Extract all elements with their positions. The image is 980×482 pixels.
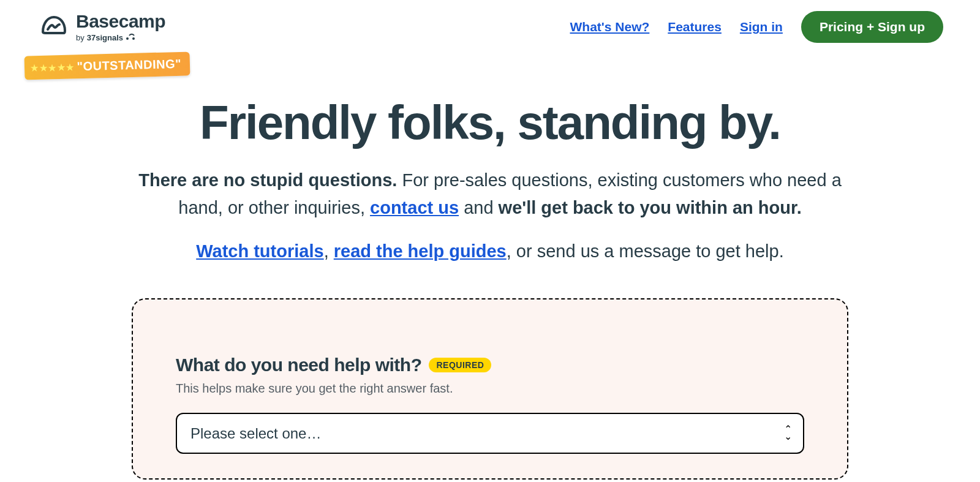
basecamp-logo-icon <box>39 11 69 43</box>
top-nav: What's New? Features Sign in Pricing + S… <box>570 11 944 43</box>
nav-whats-new[interactable]: What's New? <box>570 20 650 34</box>
read-help-guides-link[interactable]: read the help guides <box>334 241 507 261</box>
hero-subtitle: There are no stupid questions. For pre-s… <box>119 167 861 222</box>
nav-features[interactable]: Features <box>668 20 722 34</box>
star-rating-icon: ★ ★ ★ ★ ★ <box>31 62 75 73</box>
logo-link[interactable]: Basecamp by 37signals <box>39 11 165 43</box>
support-form: What do you need help with? REQUIRED Thi… <box>132 298 848 480</box>
required-pill: REQUIRED <box>429 358 491 372</box>
contact-us-link[interactable]: contact us <box>370 198 459 217</box>
outstanding-badge: ★ ★ ★ ★ ★ "OUTSTANDING" <box>24 51 190 80</box>
nav-sign-in[interactable]: Sign in <box>740 20 783 34</box>
site-header: Basecamp by 37signals What's New? Featur… <box>0 0 980 43</box>
logo-name: Basecamp <box>76 12 165 31</box>
logo-byline: by 37signals <box>76 33 165 42</box>
help-topic-select[interactable]: Please select one… <box>176 413 804 454</box>
hero-help-links: Watch tutorials, read the help guides, o… <box>61 241 919 262</box>
help-topic-hint: This helps make sure you get the right a… <box>176 382 804 396</box>
svg-point-0 <box>126 37 129 40</box>
page-title: Friendly folks, standing by. <box>61 98 919 148</box>
37signals-glyph-icon <box>126 33 135 42</box>
svg-point-1 <box>132 37 135 40</box>
pricing-signup-button[interactable]: Pricing + Sign up <box>801 11 943 43</box>
help-topic-label: What do you need help with? <box>176 355 421 375</box>
main-content: Friendly folks, standing by. There are n… <box>0 43 980 480</box>
badge-text: "OUTSTANDING" <box>77 57 181 73</box>
watch-tutorials-link[interactable]: Watch tutorials <box>196 241 323 261</box>
